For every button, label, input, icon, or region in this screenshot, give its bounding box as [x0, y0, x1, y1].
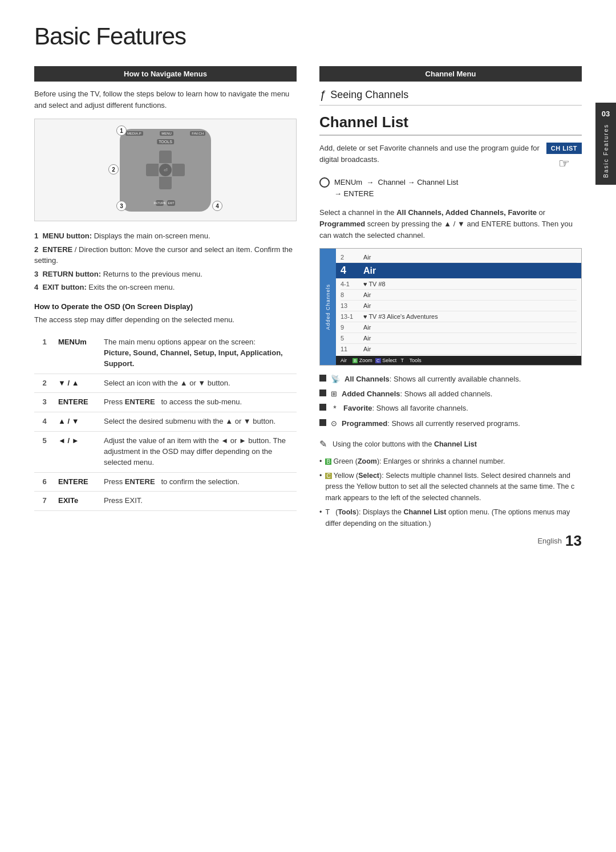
remote-illustration: MEDIA.P MENU FAV.CH TOOLS: [108, 124, 222, 216]
page-footer: English 13: [537, 532, 582, 550]
ch-row-4-highlighted: 4 Air: [336, 263, 581, 279]
step-1: 1 MENU button: Displays the main on-scre…: [34, 230, 297, 242]
left-column: How to Navigate Menus Before using the T…: [34, 66, 297, 533]
channel-screen-footer: Air B Zoom C Select T Tools: [336, 356, 581, 365]
osd-row-6-label: ENTERE: [55, 472, 100, 492]
page-sidebar: 03 Basic Features: [595, 103, 616, 185]
ch-row-11: 11 Air: [341, 344, 577, 355]
step-2-num: 2: [34, 245, 38, 254]
pencil-icon: ✎: [319, 437, 327, 452]
dpad-up: [159, 151, 172, 163]
seeing-heading: ƒ Seeing Channels: [319, 88, 582, 106]
ch-name-13-1: ♥ TV #3 Alice's Adventures: [363, 313, 577, 320]
dpad-down: [159, 177, 172, 189]
ch-path-line2: → ENTERE: [334, 189, 374, 198]
script-f-icon: ƒ: [319, 88, 326, 102]
step-2-desc: / Direction button: Move the cursor and …: [34, 245, 293, 265]
bullet-list: 📡 All Channels: Shows all currently avai…: [319, 374, 582, 429]
osd-row-2: 2 ▼ / ▲ Select an icon with the ▲ or ▼ b…: [34, 374, 297, 393]
ch-name-2: Air: [363, 254, 577, 261]
return-btn: RETURN: [156, 200, 164, 206]
osd-row-1: 1 MENUm The main menu options appear on …: [34, 333, 297, 374]
ch-path-line1: MENUm → Channel → Channel List: [334, 178, 458, 186]
bullet-added-channels: ⊞ Added Channels: Shows all added channe…: [319, 388, 582, 400]
note-section: ✎ Using the color buttons with the Chann…: [319, 437, 582, 529]
remote-body: MEDIA.P MENU FAV.CH TOOLS: [120, 129, 211, 212]
ch-name-5: Air: [363, 335, 577, 342]
osd-row-7-label: EXITe: [55, 492, 100, 511]
ch-num-5: 5: [341, 335, 363, 342]
ch-list-badge: CH LIST: [546, 143, 582, 154]
osd-row-6-num: 6: [34, 472, 55, 492]
ch-name-8: Air: [363, 291, 577, 298]
osd-row-4: 4 ▲ / ▼ Select the desired submenu with …: [34, 412, 297, 432]
ch-name-9: Air: [363, 324, 577, 331]
note-heading-row: ✎ Using the color buttons with the Chann…: [319, 437, 582, 452]
dpad-left: [146, 164, 159, 176]
bullet-sq-3: [319, 404, 326, 411]
ch-name-11: Air: [363, 346, 577, 352]
osd-row-3-desc: Press ENTERE to access the sub-menu.: [100, 393, 297, 412]
ch-num-13-1: 13-1: [341, 313, 363, 320]
osd-row-1-desc: The main menu options appear on the scre…: [100, 333, 297, 374]
intro-text: Before using the TV, follow the steps be…: [34, 88, 297, 111]
sidebar-label: Basic Features: [603, 124, 609, 178]
ch-name-4: Air: [363, 266, 577, 276]
osd-row-5-label: ◄ / ►: [55, 432, 100, 473]
osd-row-6: 6 ENTERE Press ENTERE to confirm the sel…: [34, 472, 297, 492]
osd-row-5: 5 ◄ / ► Adjust the value of an item with…: [34, 432, 297, 473]
media-p-label: MEDIA.P: [125, 131, 143, 136]
callout-3: 3: [116, 201, 127, 211]
ch-num-13: 13: [341, 302, 363, 309]
ch-row-5: 5 Air: [341, 333, 577, 344]
osd-row-6-desc: Press ENTERE to confirm the selection.: [100, 472, 297, 492]
note-item-tools: • T (Tools): Displays the Channel List o…: [319, 507, 582, 529]
bullet-dot-green: •: [319, 456, 322, 467]
ch-row-2: 2 Air: [341, 252, 577, 263]
right-column: Channel Menu ƒ Seeing Channels Channel L…: [319, 66, 582, 533]
bullet-sq-4: [319, 419, 326, 426]
osd-row-7-num: 7: [34, 492, 55, 511]
bullet-all-channels: 📡 All Channels: Shows all currently avai…: [319, 374, 582, 385]
callout-4: 4: [212, 201, 222, 211]
ch-row-13: 13 Air: [341, 301, 577, 311]
circle-o-icon: [319, 177, 330, 188]
step-1-desc: Displays the main on-screen menu.: [94, 232, 210, 240]
fav-ch-label: FAV.CH: [190, 131, 205, 136]
osd-row-7-desc: Press EXIT.: [100, 492, 297, 511]
osd-row-4-desc: Select the desired submenu with the ▲ or…: [100, 412, 297, 432]
note-green-text: B Green (Zoom): Enlarges or shrinks a ch…: [325, 456, 505, 467]
programmed-icon: ⊙: [331, 418, 337, 429]
footer-page-num: 13: [565, 532, 582, 550]
seeing-heading-text: Seeing Channels: [330, 89, 408, 101]
added-channels-text: Added Channels: Shows all added channels…: [342, 388, 492, 400]
step-4-num: 4: [34, 283, 38, 291]
ch-num-8: 8: [341, 291, 363, 298]
ch-num-9: 9: [341, 324, 363, 331]
all-channels-text: All Channels: Shows all currently availa…: [345, 374, 521, 385]
note-tools-text: T (Tools): Displays the Channel List opt…: [325, 507, 582, 529]
step-1-num: 1: [34, 232, 38, 240]
step-1-label: MENU button:: [42, 232, 92, 240]
ch-num-2: 2: [341, 254, 363, 261]
menu-label: MENU: [160, 131, 173, 136]
osd-title: How to Operate the OSD (On Screen Displa…: [34, 302, 297, 311]
footer-label: English: [537, 537, 562, 545]
osd-row-2-num: 2: [34, 374, 55, 393]
ch-path: MENUm → Channel → Channel List → ENTERE: [319, 177, 582, 199]
favorite-text: Favorite: Shows all favorite channels.: [343, 403, 468, 414]
callout-2: 2: [108, 164, 119, 175]
callout-1: 1: [116, 125, 127, 136]
sidebar-text: Added Channels: [325, 284, 331, 330]
bullet-favorite: * Favorite: Shows all favorite channels.: [319, 403, 582, 415]
channel-screen-sidebar: Added Channels: [320, 249, 336, 365]
note-item-green: • B Green (Zoom): Enlarges or shrinks a …: [319, 456, 582, 467]
right-section-header: Channel Menu: [319, 66, 582, 82]
osd-row-3: 3 ENTERE Press ENTERE to access the sub-…: [34, 393, 297, 412]
dpad-right: [172, 164, 185, 176]
ch-name-4-1: ♥ TV #8: [363, 281, 577, 287]
programmed-text: Programmed: Shows all currently reserved…: [342, 418, 520, 429]
bullet-sq-2: [319, 390, 326, 396]
remote-bottom-row: RETURN EXIT: [156, 200, 175, 206]
steps-list: 1 MENU button: Displays the main on-scre…: [34, 230, 297, 293]
